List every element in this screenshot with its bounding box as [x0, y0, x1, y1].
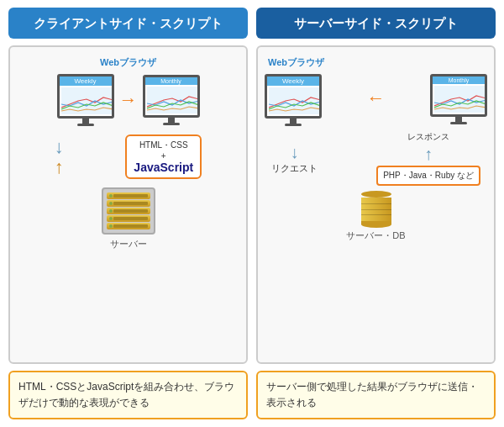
client-server-units [107, 192, 150, 229]
client-description: HTML・CSSとJavaScriptを組み合わせ、ブラウザだけで動的な表現がで… [8, 371, 248, 419]
server-request-arrow: ↓ [291, 143, 299, 162]
server-unit-5 [107, 223, 150, 229]
svg-rect-4 [434, 86, 486, 113]
db-bottom [361, 221, 391, 228]
server-db-section: サーバー・DB [265, 191, 487, 242]
client-browser-label: Webブラウザ [100, 57, 156, 67]
client-weekly-chart [61, 87, 113, 114]
svg-rect-0 [61, 87, 113, 114]
client-server-label: サーバー [110, 238, 147, 250]
db-line-1 [361, 203, 391, 204]
server-unit-1 [107, 192, 150, 199]
server-response-arrow: ← [367, 87, 386, 109]
server-db-label: サーバー・DB [346, 229, 405, 242]
svg-rect-2 [147, 87, 199, 113]
db-top [361, 191, 391, 198]
server-dot-4 [109, 217, 113, 220]
javascript-label: JavaScript [134, 161, 193, 174]
server-unit-2 [107, 200, 150, 207]
client-monthly-monitor-stand [163, 123, 180, 125]
html-css-label: HTML・CSS [134, 140, 193, 151]
server-weekly-monitor-stand [285, 124, 302, 126]
server-unit-4 [107, 215, 150, 222]
request-label: リクエスト [271, 162, 318, 175]
client-server-graphic [102, 187, 155, 235]
client-down-arrow: ↓ [55, 138, 64, 156]
response-label: レスポンス [407, 131, 449, 143]
browser-to-browser-arrow: → [119, 89, 138, 111]
server-panel-content: Webブラウザ Weekly [256, 45, 496, 364]
server-panel: サーバーサイド・スクリプト Webブラウザ Weekly [256, 8, 496, 419]
server-monthly-monitor-stand [450, 122, 467, 124]
plus-label: + [134, 151, 193, 161]
client-panel: クライアントサイド・スクリプト Webブラウザ Weekly [8, 8, 248, 419]
main-container: クライアントサイド・スクリプト Webブラウザ Weekly [8, 8, 496, 419]
db-line-3 [361, 214, 391, 215]
client-monthly-monitor: Monthly [143, 75, 200, 125]
server-weekly-label: Weekly [267, 76, 319, 86]
server-monthly-chart [434, 86, 486, 113]
client-monthly-chart [147, 87, 199, 113]
php-box: PHP・Java・Ruby など [376, 166, 480, 186]
client-panel-content: Webブラウザ Weekly [8, 45, 248, 364]
server-browser-label: Webブラウザ [268, 57, 324, 67]
db-line-2 [361, 209, 391, 210]
client-weekly-monitor-stand [77, 124, 94, 126]
server-dot-2 [109, 202, 113, 205]
db-graphic [361, 191, 391, 228]
server-weekly-monitor: Weekly [265, 74, 322, 126]
svg-rect-3 [269, 87, 321, 114]
db-body [361, 198, 391, 221]
server-dot-1 [109, 194, 113, 198]
server-dot-3 [109, 209, 113, 213]
server-unit-3 [107, 208, 150, 214]
server-description: サーバー側で処理した結果がブラウザに送信・表示される [256, 371, 496, 419]
client-monthly-label: Monthly [145, 77, 197, 85]
client-panel-header: クライアントサイド・スクリプト [8, 8, 248, 39]
server-panel-header: サーバーサイド・スクリプト [256, 8, 496, 39]
server-up-arrow: ↑ [424, 145, 433, 164]
client-server-box: サーバー [17, 187, 239, 250]
client-up-arrow: ↑ [55, 158, 64, 177]
client-weekly-monitor: Weekly [57, 74, 114, 126]
client-browsers-row: Weekly [17, 74, 239, 126]
server-dot-5 [109, 224, 113, 228]
html-css-js-box: HTML・CSS + JavaScript [125, 134, 202, 179]
server-weekly-chart [269, 87, 321, 114]
server-monthly-label: Monthly [433, 76, 485, 84]
client-weekly-label: Weekly [60, 76, 112, 86]
server-monthly-monitor: Monthly [430, 74, 487, 124]
